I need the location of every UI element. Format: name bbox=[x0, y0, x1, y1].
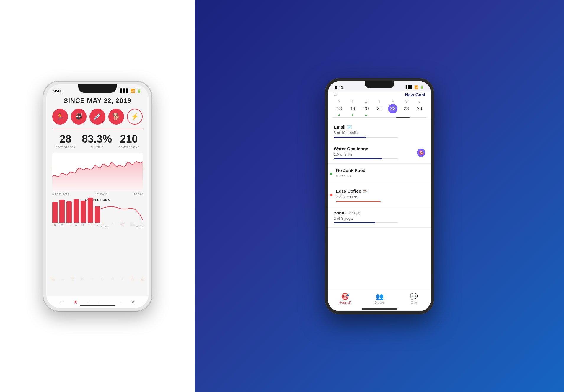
calendar-day-23[interactable]: S 23 bbox=[402, 100, 411, 116]
signal-icon-right: ▋▋▋ bbox=[406, 85, 413, 89]
stat-completions: 210 COMPLETIONS bbox=[118, 134, 139, 149]
goal-water[interactable]: Water Challenge 1.5 of 2 liter 🎯 bbox=[328, 142, 431, 164]
nav-close-icon[interactable]: ✕ bbox=[131, 300, 135, 304]
phone-right-inner: 9:41 ▋▋▋ 📶 🔋 ≡ New Goal M bbox=[328, 81, 431, 311]
day-label-s1: S bbox=[405, 100, 407, 103]
goal-coffee-subtitle: 3 of 2 coffee bbox=[336, 195, 425, 199]
stats-row: 28 BEST STREAK 83.3% ALL TIME 210 COMPLE… bbox=[46, 131, 149, 152]
calendar-day-19[interactable]: T 19 bbox=[348, 100, 357, 116]
tab-chat[interactable]: 💬 Chat bbox=[397, 293, 431, 304]
tab-goals[interactable]: 🎯 Goals (2) bbox=[328, 293, 362, 304]
calendar-day-18[interactable]: M 18 bbox=[335, 100, 344, 116]
hamburger-menu[interactable]: ≡ bbox=[334, 92, 337, 97]
phone-right-content: ≡ New Goal M 18 T 19 bbox=[328, 91, 431, 310]
goal-water-bar bbox=[334, 158, 398, 159]
nav-back-icon[interactable]: ↩ bbox=[60, 299, 64, 305]
since-section: SINCE MAY 22, 2019 bbox=[46, 95, 149, 106]
goal-nojunk[interactable]: No Junk Food Success bbox=[328, 164, 431, 184]
day-label-f: F bbox=[392, 100, 394, 103]
day-label-w: W bbox=[365, 100, 367, 103]
completions-label: COMPLETIONS bbox=[118, 146, 139, 149]
goal-email-bar bbox=[334, 137, 398, 138]
day-number-21: 21 bbox=[375, 104, 384, 113]
wifi-icon-right: 📶 bbox=[414, 85, 418, 89]
day-dot-19 bbox=[352, 114, 353, 116]
day-number-19: 19 bbox=[348, 104, 357, 113]
new-goal-button[interactable]: New Goal bbox=[405, 92, 425, 97]
camera-notch-right bbox=[365, 81, 394, 88]
battery-icon-right: 🔋 bbox=[420, 85, 424, 89]
day-dot-18 bbox=[338, 114, 340, 116]
stat-alltime: 83.3% ALL TIME bbox=[82, 134, 112, 149]
goal-coffee-fill bbox=[336, 201, 381, 202]
goal-water-fill bbox=[334, 158, 382, 159]
day-number-24: 24 bbox=[415, 104, 424, 113]
streak-label: BEST STREAK bbox=[56, 146, 75, 149]
goal-nojunk-title: No Junk Food bbox=[336, 168, 425, 173]
home-indicator-right bbox=[362, 308, 397, 310]
nav-star-icon[interactable]: ★ bbox=[74, 299, 78, 305]
phone-left: 9:41 ▋▋▋ 📶 🔋 🏃🔑📊🎯📌🔒✈⚙✔✏ ⭐🌀📋—🏠🔒💧⚙✔🎨 🌙♟🎵📱⚡… bbox=[43, 81, 152, 311]
calendar-day-21[interactable]: T 21 bbox=[375, 100, 384, 116]
goal-email[interactable]: Email 📧 5 of 10 emails bbox=[328, 120, 431, 142]
battery-icon: 🔋 bbox=[137, 89, 141, 93]
day-dot-23 bbox=[405, 114, 407, 116]
goal-yoga-bar bbox=[334, 222, 398, 223]
goal-water-subtitle: 1.5 of 2 liter bbox=[334, 152, 425, 157]
bottom-tab-bar: 🎯 Goals (2) 👥 Groups 💬 Chat bbox=[328, 290, 431, 310]
activity-circle-nosmoking[interactable]: 🚭 bbox=[71, 109, 87, 125]
calendar-day-22[interactable]: F 22 bbox=[388, 100, 397, 116]
top-nav-right: ≡ New Goal bbox=[328, 91, 431, 100]
goal-yoga[interactable]: Yoga (+2 days) 2 of 3 yoga bbox=[328, 206, 431, 228]
nav-dot3: ● bbox=[109, 301, 111, 303]
streak-number: 28 bbox=[56, 134, 75, 144]
activity-circle-run[interactable]: 🏃 bbox=[52, 109, 68, 125]
day-label-t1: T bbox=[352, 100, 353, 103]
time-right: 9:41 bbox=[335, 85, 343, 90]
bottom-nav-left: ↩ ★ ● ● ● ● ✕ bbox=[46, 296, 149, 308]
goals-icon: 🎯 bbox=[341, 293, 349, 300]
goal-email-subtitle: 5 of 10 emails bbox=[334, 131, 425, 135]
day-number-18: 18 bbox=[335, 104, 344, 113]
day-label-t2: T bbox=[379, 100, 380, 103]
stat-streak: 28 BEST STREAK bbox=[56, 134, 75, 149]
tab-groups[interactable]: 👥 Groups bbox=[362, 293, 397, 304]
calendar-day-20[interactable]: W 20 bbox=[361, 100, 371, 116]
nav-dot1: ● bbox=[87, 301, 89, 303]
completions-number: 210 bbox=[118, 134, 139, 144]
time-chart-svg bbox=[101, 203, 143, 223]
activity-circle-dog[interactable]: 🐕 bbox=[108, 109, 124, 125]
phone-right: 9:41 ▋▋▋ 📶 🔋 ≡ New Goal M bbox=[325, 78, 434, 314]
line-chart-svg bbox=[52, 153, 143, 191]
activity-circle-health[interactable]: 💉 bbox=[89, 109, 105, 125]
goal-coffee[interactable]: Less Coffee ☕ 3 of 2 coffee bbox=[328, 184, 431, 206]
chat-icon: 💬 bbox=[410, 293, 418, 300]
alltime-label: ALL TIME bbox=[82, 146, 112, 149]
goals-list: Email 📧 5 of 10 emails Water Challenge 1… bbox=[328, 120, 431, 290]
left-panel: 9:41 ▋▋▋ 📶 🔋 🏃🔑📊🎯📌🔒✈⚙✔✏ ⭐🌀📋—🏠🔒💧⚙✔🎨 🌙♟🎵📱⚡… bbox=[0, 0, 195, 392]
activity-circle-bolt[interactable]: ⚡ bbox=[127, 109, 143, 125]
status-icons-left: ▋▋▋ 📶 🔋 bbox=[120, 89, 141, 93]
groups-label: Groups bbox=[375, 301, 384, 304]
goal-email-fill bbox=[334, 137, 366, 138]
since-date: SINCE MAY 22, 2019 bbox=[52, 97, 143, 105]
signal-icon: ▋▋▋ bbox=[120, 89, 129, 93]
notch-left bbox=[78, 84, 117, 93]
goal-yoga-title: Yoga (+2 days) bbox=[334, 210, 425, 215]
phone-left-inner: 9:41 ▋▋▋ 📶 🔋 🏃🔑📊🎯📌🔒✈⚙✔✏ ⭐🌀📋—🏠🔒💧⚙✔🎨 🌙♟🎵📱⚡… bbox=[46, 84, 149, 308]
goal-coffee-bar bbox=[336, 201, 381, 202]
goal-water-badge: 🎯 bbox=[417, 149, 425, 157]
calendar-day-24[interactable]: S 24 bbox=[415, 100, 424, 116]
goal-yoga-fill bbox=[334, 222, 375, 223]
goal-nojunk-dot bbox=[330, 173, 332, 175]
goal-nojunk-subtitle: Success bbox=[336, 174, 425, 178]
groups-icon: 👥 bbox=[376, 293, 384, 300]
goal-email-title: Email 📧 bbox=[334, 124, 425, 130]
nav-dot2: ● bbox=[98, 301, 100, 303]
home-indicator-left bbox=[80, 305, 115, 306]
day-dot-21 bbox=[379, 114, 380, 116]
day-dot-24 bbox=[419, 114, 420, 116]
chat-label: Chat bbox=[411, 301, 417, 304]
right-panel: 9:41 ▋▋▋ 📶 🔋 ≡ New Goal M bbox=[195, 0, 564, 392]
day-number-20: 20 bbox=[361, 104, 371, 113]
